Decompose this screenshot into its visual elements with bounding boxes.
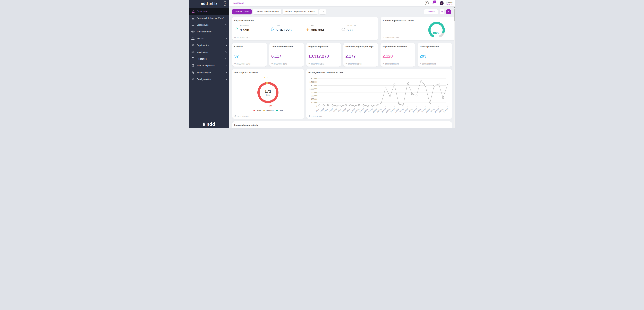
- data-point[interactable]: [398, 103, 400, 105]
- stat-card-m-dia-de-p-ginas-por-impr: Média de páginas por impr... 2.177 ↺ 23/…: [344, 43, 378, 67]
- svg-text:20/may: 20/may: [434, 108, 439, 113]
- alertas-criticidade-card: Alertas por criticidade 4 2 171 Total 16…: [232, 69, 304, 119]
- chevron-down-icon: [226, 45, 227, 46]
- data-point[interactable]: [354, 105, 356, 106]
- data-point[interactable]: [358, 104, 360, 106]
- data-point[interactable]: [416, 95, 418, 96]
- svg-text:28/apr: 28/apr: [338, 108, 342, 112]
- impact-metric-value: 5.340.226: [276, 28, 292, 32]
- data-point[interactable]: [345, 104, 347, 106]
- app-window: nddorbix « Dashboard Business Intelligen…: [189, 0, 455, 128]
- app-logo: nddorbix: [201, 1, 217, 6]
- history-icon: ↺: [382, 63, 384, 65]
- tabs-more-button[interactable]: [319, 9, 326, 14]
- impact-metric-value: 538: [347, 28, 356, 32]
- data-point[interactable]: [376, 104, 378, 106]
- sidebar-item-dashboard[interactable]: Dashboard: [189, 8, 229, 14]
- data-point[interactable]: [380, 103, 382, 104]
- sidebar-item-dispositivos[interactable]: Dispositivos: [189, 21, 229, 28]
- impressoras-online-card: Total de impressoras - Online 86% ↺ 22/0…: [381, 17, 455, 40]
- data-point[interactable]: [412, 93, 413, 95]
- legend-label: Leve: [279, 110, 283, 112]
- data-point[interactable]: [328, 104, 329, 106]
- data-point[interactable]: [402, 104, 404, 106]
- sidebar-collapse-button[interactable]: «: [223, 1, 227, 6]
- notifications-button[interactable]: 3: [431, 1, 435, 5]
- filter-button[interactable]: [440, 9, 444, 14]
- chevron-down-icon: [226, 79, 227, 80]
- tab-padr-o-monitoramento[interactable]: Padrão - Monitoramento: [253, 9, 281, 14]
- data-point[interactable]: [429, 103, 431, 104]
- layers-icon: [191, 50, 195, 54]
- donut-label-moderado: 4: [264, 77, 265, 79]
- sidebar-item-configura-es[interactable]: Configurações: [189, 76, 229, 83]
- data-point[interactable]: [389, 96, 391, 97]
- user-role: Provedor: [446, 3, 454, 5]
- data-point[interactable]: [407, 82, 408, 83]
- dashboard-actions: Duplicar +: [424, 9, 451, 14]
- data-point[interactable]: [318, 104, 320, 106]
- data-point[interactable]: [394, 84, 395, 85]
- scrollbar-thumb[interactable]: [454, 9, 455, 21]
- producao-diaria-card: Produção diária - Últimos 30 dias 0200.0…: [306, 69, 452, 119]
- data-point[interactable]: [425, 85, 426, 86]
- add-dashboard-button[interactable]: +: [446, 9, 451, 14]
- breadcrumb[interactable]: Dashboard: [233, 2, 244, 4]
- data-point[interactable]: [367, 105, 369, 107]
- stat-value: 37: [234, 54, 239, 59]
- history-icon: ↺: [271, 63, 273, 65]
- data-point[interactable]: [385, 87, 386, 89]
- svg-text:16/may: 16/may: [416, 108, 422, 113]
- avatar[interactable]: U: [440, 1, 444, 5]
- history-icon: ↺: [308, 63, 310, 65]
- sidebar-item-instala-es[interactable]: Instalações: [189, 49, 229, 55]
- stat-card-trocas-prematuras: Trocas prematuras 293 ↺ 23/05/2024 09:02: [418, 43, 452, 67]
- sidebar-item-filas-de-impress-o[interactable]: Filas de impressão: [189, 62, 229, 69]
- svg-text:06/may: 06/may: [372, 108, 378, 113]
- history-icon: ↺: [234, 115, 236, 117]
- data-point[interactable]: [447, 84, 448, 86]
- data-point[interactable]: [420, 80, 422, 81]
- svg-text:01/may: 01/may: [350, 108, 355, 113]
- data-point[interactable]: [372, 105, 373, 106]
- sidebar-item-label: Relatórios: [197, 58, 226, 60]
- tab-padr-o-geral[interactable]: Padrão - Geral: [232, 9, 252, 14]
- data-point[interactable]: [442, 97, 444, 99]
- data-point[interactable]: [438, 83, 440, 85]
- user-name: Usuário: [446, 1, 454, 3]
- user-menu[interactable]: Usuário Provedor: [446, 1, 454, 5]
- tab-padr-o-impressoras-t-rmicas[interactable]: Padrão - Impressoras Térmicas: [283, 9, 318, 14]
- sidebar-item-monitoramento[interactable]: Monitoramento: [189, 28, 229, 35]
- legend-item-leve[interactable]: Leve: [276, 110, 283, 112]
- impact-metric-value: 1.598: [240, 28, 249, 32]
- sidebar-item-suprimentos[interactable]: Suprimentos: [189, 42, 229, 49]
- card-title: Total de impressoras: [271, 45, 294, 48]
- impact-metric: De árvores 1.598: [234, 24, 270, 32]
- svg-text:11/may: 11/may: [394, 108, 400, 113]
- ndd-mark-icon: [203, 123, 205, 126]
- scrollbar-up-arrow[interactable]: [454, 7, 455, 8]
- data-point[interactable]: [341, 105, 342, 107]
- card-title: Páginas impressas: [308, 45, 328, 48]
- svg-text:19/may: 19/may: [430, 108, 435, 113]
- data-point[interactable]: [332, 105, 334, 106]
- data-point[interactable]: [336, 105, 338, 106]
- help-button[interactable]: ?: [425, 1, 428, 5]
- legend-item-crítico[interactable]: Crítico: [254, 110, 261, 112]
- sidebar-item-label: Dispositivos: [197, 24, 226, 26]
- data-point[interactable]: [323, 105, 324, 106]
- sidebar-item-alertas[interactable]: Alertas: [189, 35, 229, 42]
- svg-text:03/may: 03/may: [359, 108, 364, 113]
- donut-label-leve: 2: [266, 77, 268, 79]
- sidebar-item-business-intelligence-beta[interactable]: Business Intelligence (Beta): [189, 14, 229, 21]
- legend-item-moderado[interactable]: Moderado: [263, 110, 274, 112]
- donut-label-critico: 165: [269, 105, 272, 107]
- sidebar-item-administra-o[interactable]: Administração: [189, 69, 229, 76]
- data-point[interactable]: [434, 85, 435, 86]
- data-point[interactable]: [350, 105, 351, 106]
- data-point[interactable]: [363, 105, 364, 106]
- sidebar-item-relat-rios[interactable]: Relatórios: [189, 55, 229, 62]
- svg-text:1.600.000: 1.600.000: [310, 78, 318, 80]
- card-title: Clientes: [234, 45, 243, 48]
- duplicate-button[interactable]: Duplicar: [424, 9, 438, 14]
